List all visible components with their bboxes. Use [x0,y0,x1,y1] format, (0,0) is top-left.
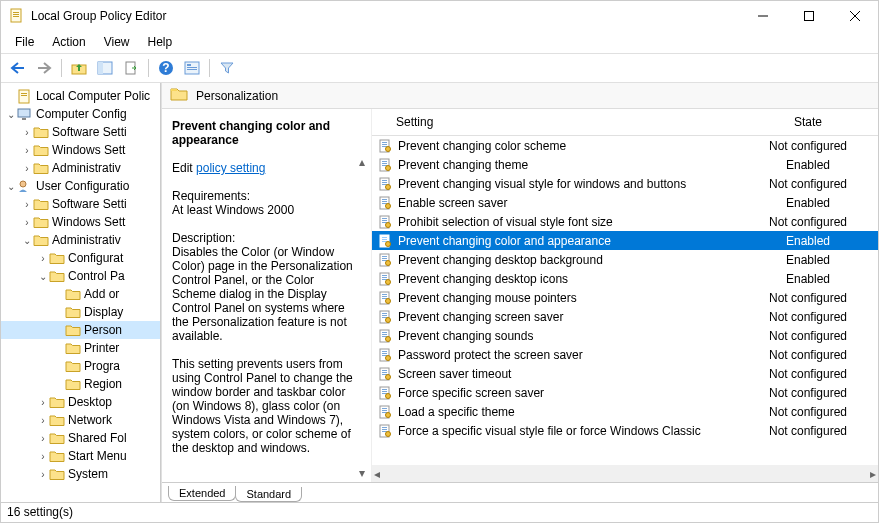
setting-name: Enable screen saver [398,196,507,210]
setting-row[interactable]: Prohibit selection of visual style font … [372,212,878,231]
tab-extended[interactable]: Extended [168,486,236,501]
horizontal-scrollbar[interactable]: ◂▸ [372,465,878,482]
chevron-right-icon[interactable]: › [37,433,49,444]
tree-item[interactable]: ›Start Menu [1,447,160,465]
tree-item-label: Start Menu [68,449,127,463]
svg-text:?: ? [162,61,169,75]
column-state[interactable]: State [738,109,878,135]
export-list-button[interactable] [120,57,142,79]
folder-icon [33,161,49,175]
folder-icon [33,143,49,157]
tree-item[interactable]: ›Network [1,411,160,429]
setting-name: Prevent changing desktop background [398,253,603,267]
policy-icon [378,158,392,172]
help-button[interactable]: ? [155,57,177,79]
chevron-right-icon[interactable]: › [21,163,33,174]
tree-item[interactable]: Local Computer Polic [1,87,160,105]
menu-file[interactable]: File [7,33,42,51]
folder-icon [65,287,81,301]
chevron-right-icon[interactable]: › [37,253,49,264]
minimize-button[interactable] [740,1,786,31]
svg-point-99 [386,412,391,417]
maximize-button[interactable] [786,1,832,31]
setting-row[interactable]: Password protect the screen saverNot con… [372,345,878,364]
chevron-down-icon[interactable]: ⌄ [37,271,49,282]
tree-item[interactable]: Display [1,303,160,321]
tree-pane[interactable]: Local Computer Polic⌄Computer Config›Sof… [1,83,161,502]
tree-item[interactable]: ›System [1,465,160,483]
setting-name: Screen saver timeout [398,367,511,381]
svg-rect-16 [187,67,197,68]
setting-row[interactable]: Force specific screen saverNot configure… [372,383,878,402]
tree-item[interactable]: ⌄User Configuratio [1,177,160,195]
tree-item[interactable]: ›Windows Sett [1,213,160,231]
chevron-right-icon[interactable]: › [37,397,49,408]
setting-row[interactable]: Load a specific themeNot configured [372,402,878,421]
column-setting[interactable]: Setting [372,109,738,135]
setting-row[interactable]: Screen saver timeoutNot configured [372,364,878,383]
chevron-right-icon[interactable]: › [21,145,33,156]
tree-item[interactable]: ⌄Administrativ [1,231,160,249]
svg-rect-41 [382,199,387,200]
svg-rect-47 [382,220,387,221]
tree-item[interactable]: ⌄Computer Config [1,105,160,123]
edit-policy-link[interactable]: policy setting [196,161,265,175]
chevron-down-icon[interactable]: ⌄ [21,235,33,246]
setting-row[interactable]: Force a specific visual style file or fo… [372,421,878,440]
setting-row[interactable]: Prevent changing mouse pointersNot confi… [372,288,878,307]
setting-row[interactable]: Prevent changing desktop backgroundEnabl… [372,250,878,269]
scroll-up-icon[interactable]: ▴ [355,155,369,169]
folder-icon [33,197,49,211]
tab-standard[interactable]: Standard [235,487,302,502]
setting-row[interactable]: Prevent changing desktop iconsEnabled [372,269,878,288]
tree-item[interactable]: ›Windows Sett [1,141,160,159]
setting-state: Not configured [738,177,878,191]
tree-item[interactable]: ›Shared Fol [1,429,160,447]
list-body[interactable]: Prevent changing color schemeNot configu… [372,136,878,465]
chevron-right-icon[interactable]: › [21,127,33,138]
chevron-right-icon[interactable]: › [21,199,33,210]
setting-state: Not configured [738,348,878,362]
svg-rect-102 [382,429,387,430]
filter-button[interactable] [216,57,238,79]
policy-icon [378,253,392,267]
setting-row[interactable]: Prevent changing themeEnabled [372,155,878,174]
setting-row[interactable]: Prevent changing color schemeNot configu… [372,136,878,155]
chevron-down-icon[interactable]: ⌄ [5,109,17,120]
chevron-right-icon[interactable]: › [37,469,49,480]
tree-item[interactable]: ›Software Setti [1,195,160,213]
scroll-down-icon[interactable]: ▾ [355,466,369,480]
menu-action[interactable]: Action [44,33,93,51]
tree-item[interactable]: ›Administrativ [1,159,160,177]
menu-view[interactable]: View [96,33,138,51]
tree-item[interactable]: Progra [1,357,160,375]
chevron-down-icon[interactable]: ⌄ [5,181,17,192]
tree-item[interactable]: ⌄Control Pa [1,267,160,285]
close-button[interactable] [832,1,878,31]
chevron-right-icon[interactable]: › [37,451,49,462]
setting-row[interactable]: Prevent changing screen saverNot configu… [372,307,878,326]
properties-button[interactable] [181,57,203,79]
tree-item[interactable]: Person [1,321,160,339]
svg-rect-24 [171,89,177,91]
setting-row[interactable]: Enable screen saverEnabled [372,193,878,212]
back-button[interactable] [7,57,29,79]
tree-item[interactable]: Region [1,375,160,393]
tree-item[interactable]: ›Software Setti [1,123,160,141]
forward-button[interactable] [33,57,55,79]
tree-item[interactable]: Printer [1,339,160,357]
policy-icon [378,386,392,400]
folder-icon [33,215,49,229]
tree-item[interactable]: Add or [1,285,160,303]
setting-row[interactable]: Prevent changing soundsNot configured [372,326,878,345]
menu-help[interactable]: Help [140,33,181,51]
chevron-right-icon[interactable]: › [21,217,33,228]
setting-row[interactable]: Prevent changing visual style for window… [372,174,878,193]
folder-icon [49,413,65,427]
chevron-right-icon[interactable]: › [37,415,49,426]
tree-item[interactable]: ›Desktop [1,393,160,411]
show-hide-tree-button[interactable] [94,57,116,79]
setting-row[interactable]: Prevent changing color and appearanceEna… [372,231,878,250]
tree-item[interactable]: ›Configurat [1,249,160,267]
up-folder-button[interactable] [68,57,90,79]
